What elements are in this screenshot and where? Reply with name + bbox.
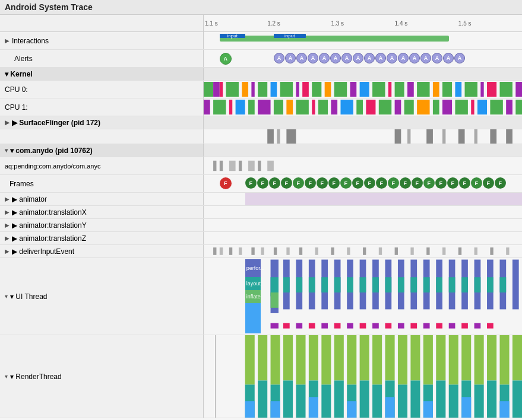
svg-rect-69 <box>229 161 236 171</box>
svg-rect-25 <box>480 82 483 97</box>
svg-rect-134 <box>499 277 506 292</box>
svg-rect-118 <box>398 277 404 292</box>
animator-row[interactable]: ▶ ▶ animator <box>0 193 522 206</box>
svg-rect-70 <box>239 161 242 171</box>
svg-rect-34 <box>258 100 270 114</box>
svg-rect-173 <box>347 335 356 384</box>
svg-rect-58 <box>286 129 296 144</box>
svg-rect-189 <box>423 401 433 418</box>
renderthread-content <box>204 335 522 418</box>
sf-track-chart <box>204 129 522 144</box>
svg-rect-201 <box>499 335 509 384</box>
rt-start-line <box>215 335 216 418</box>
svg-rect-41 <box>340 100 353 114</box>
svg-rect-140 <box>321 323 328 329</box>
animtransz-row[interactable]: ▶ ▶ animator:translationZ <box>0 232 522 245</box>
svg-rect-190 <box>436 335 445 380</box>
svg-rect-157 <box>258 335 267 380</box>
svg-rect-165 <box>296 384 305 418</box>
surfaceflinger-row[interactable]: ▶ ▶ SurfaceFlinger (pid 172) <box>0 116 522 129</box>
surfaceflinger-label: ▶ ▶ SurfaceFlinger (pid 172) <box>0 116 204 129</box>
cpu1-row[interactable]: CPU 1: <box>0 98 522 116</box>
frames-row[interactable]: Frames F F F F F F F F F F F F <box>0 175 522 193</box>
uithread-row[interactable]: ▾ ▾ UI Thread perfor... layout inflate <box>0 258 522 335</box>
svg-rect-87 <box>379 247 382 255</box>
svg-rect-26 <box>487 82 496 97</box>
svg-rect-33 <box>248 100 255 114</box>
svg-rect-2 <box>220 82 223 97</box>
svg-rect-46 <box>404 100 414 114</box>
svg-rect-164 <box>296 335 305 384</box>
svg-rect-60 <box>407 129 410 144</box>
animtransx-row[interactable]: ▶ ▶ animator:translationX <box>0 206 522 219</box>
svg-rect-92 <box>458 247 461 255</box>
comanydo-row[interactable]: ▾ ▾ com.anydo (pid 10762) <box>0 144 522 157</box>
svg-rect-172 <box>334 380 344 418</box>
svg-rect-161 <box>271 401 280 418</box>
svg-rect-44 <box>379 100 391 114</box>
svg-rect-11 <box>312 82 321 97</box>
svg-rect-0 <box>204 82 213 97</box>
svg-rect-76 <box>229 247 232 255</box>
svg-rect-84 <box>331 247 334 255</box>
svg-rect-4 <box>242 82 248 97</box>
svg-rect-124 <box>436 277 442 292</box>
svg-rect-116 <box>385 277 392 292</box>
svg-rect-196 <box>461 397 471 418</box>
svg-rect-40 <box>331 100 337 114</box>
sf-track-content <box>204 129 522 144</box>
svg-rect-17 <box>388 82 391 97</box>
animtransx-content <box>204 206 522 218</box>
svg-rect-37 <box>296 100 308 114</box>
svg-rect-166 <box>309 335 318 380</box>
svg-rect-139 <box>309 323 315 329</box>
input-bar-2: input <box>274 34 306 38</box>
svg-rect-1 <box>213 82 220 97</box>
svg-rect-9 <box>296 82 299 97</box>
svg-rect-98 <box>271 292 279 308</box>
svg-rect-35 <box>274 100 283 114</box>
svg-rect-187 <box>423 335 433 384</box>
alerts-row[interactable]: Alerts A A A A A A A A A A A A <box>0 50 522 68</box>
svg-rect-6 <box>258 82 267 97</box>
svg-rect-112 <box>360 277 366 292</box>
svg-rect-142 <box>347 323 353 329</box>
pending-row[interactable]: aq:pending:com.anydo/com.anyc <box>0 157 522 175</box>
svg-rect-78 <box>251 247 254 255</box>
svg-rect-151 <box>461 323 468 329</box>
renderthread-chart <box>204 335 522 418</box>
svg-rect-194 <box>461 335 471 380</box>
svg-rect-152 <box>474 323 481 329</box>
animator-label: ▶ ▶ animator <box>0 193 204 205</box>
frame-red-1[interactable]: F <box>220 177 232 189</box>
svg-rect-63 <box>458 129 465 144</box>
pending-chart <box>204 157 522 174</box>
svg-rect-180 <box>385 335 395 380</box>
svg-rect-22 <box>442 82 452 97</box>
cpu0-row[interactable]: CPU 0: <box>0 81 522 98</box>
svg-rect-72 <box>258 161 261 171</box>
kernel-row[interactable]: ▾ Kernel <box>0 68 522 81</box>
animtransy-row[interactable]: ▶ ▶ animator:translationY <box>0 219 522 232</box>
svg-rect-162 <box>283 335 293 380</box>
deliverevent-row[interactable]: ▶ ▶ deliverInputEvent <box>0 245 522 258</box>
svg-rect-81 <box>286 247 289 255</box>
svg-rect-71 <box>248 161 255 171</box>
svg-rect-191 <box>436 380 445 418</box>
svg-rect-100 <box>283 277 290 292</box>
alert-circles-group: A A A A A A A A A A A A A A A A A <box>274 53 465 63</box>
svg-rect-149 <box>436 323 442 329</box>
animtransy-content <box>204 219 522 231</box>
svg-rect-20 <box>417 82 429 97</box>
renderthread-row[interactable]: ▾ ▾ RenderThread <box>0 335 522 418</box>
animtransy-label: ▶ ▶ animator:translationY <box>0 219 204 231</box>
alert-purple-1[interactable]: A <box>274 53 284 63</box>
svg-rect-143 <box>360 323 366 329</box>
frame-green[interactable]: F <box>245 177 257 189</box>
interactions-label: ▶ Interactions <box>0 32 204 49</box>
svg-rect-132 <box>487 277 493 292</box>
comanydo-label: ▾ ▾ com.anydo (pid 10762) <box>0 144 204 157</box>
interactions-row[interactable]: ▶ Interactions input input <box>0 32 522 50</box>
alert-circle-1[interactable]: A <box>220 53 232 65</box>
svg-rect-159 <box>271 335 280 384</box>
